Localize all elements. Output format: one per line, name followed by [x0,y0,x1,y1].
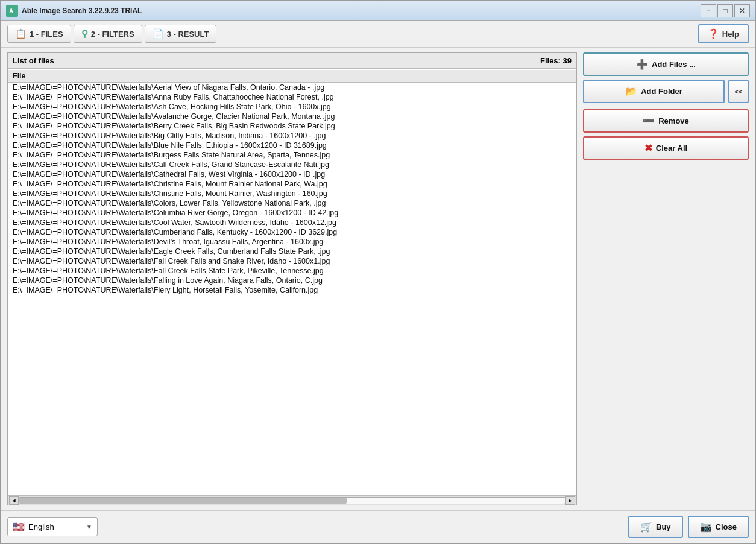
result-tab-icon: 📄 [153,28,164,39]
file-list: File E:\=IMAGE\=PHOTO\NATURE\Waterfalls\… [8,69,576,296]
help-icon: ❓ [708,28,719,39]
chevron-down-icon: ▼ [86,523,92,530]
list-item[interactable]: E:\=IMAGE\=PHOTO\NATURE\Waterfalls\Chris… [8,189,576,198]
add-folder-button[interactable]: 📂 Add Folder [583,80,725,103]
tab-result[interactable]: 📄 3 - RESULT [145,25,217,43]
toolbar: 📋 1 - FILES ⚲ 2 - FILTERS 📄 3 - RESULT ❓… [1,21,755,48]
tab-filters[interactable]: ⚲ 2 - FILTERS [74,25,142,43]
list-item[interactable]: E:\=IMAGE\=PHOTO\NATURE\Waterfalls\Chris… [8,179,576,189]
files-tab-icon: 📋 [15,28,27,39]
list-item[interactable]: E:\=IMAGE\=PHOTO\NATURE\Waterfalls\Cool … [8,218,576,227]
add-files-button[interactable]: ➕ Add Files ... [583,52,749,76]
remove-button[interactable]: ➖ Remove [583,109,749,133]
flag-icon: 🇺🇸 [13,521,25,533]
list-item[interactable]: E:\=IMAGE\=PHOTO\NATURE\Waterfalls\Falli… [8,276,576,285]
tab-result-label: 3 - RESULT [167,30,209,39]
buy-button[interactable]: 🛒 Buy [628,516,683,538]
list-item[interactable]: E:\=IMAGE\=PHOTO\NATURE\Waterfalls\Fall … [8,256,576,266]
list-item[interactable]: E:\=IMAGE\=PHOTO\NATURE\Waterfalls\Cumbe… [8,227,576,237]
list-item[interactable]: E:\=IMAGE\=PHOTO\NATURE\Waterfalls\Cathe… [8,169,576,179]
language-label: English [28,522,83,531]
filters-tab-icon: ⚲ [81,28,88,39]
app-icon: A [6,5,18,17]
clear-all-label: Clear All [656,144,687,153]
title-bar: A Able Image Search 3.22.9.23 TRIAL − □ … [1,1,755,21]
list-item[interactable]: E:\=IMAGE\=PHOTO\NATURE\Waterfalls\Avala… [8,112,576,121]
list-item[interactable]: E:\=IMAGE\=PHOTO\NATURE\Waterfalls\Big C… [8,131,576,141]
language-selector[interactable]: 🇺🇸 English ▼ [7,517,98,536]
close-icon: 📷 [700,521,712,533]
minimize-button[interactable]: − [701,4,716,17]
horizontal-scrollbar[interactable]: ◄ ► [8,495,576,505]
help-button[interactable]: ❓ Help [698,24,749,43]
list-item[interactable]: E:\=IMAGE\=PHOTO\NATURE\Waterfalls\Calf … [8,160,576,169]
scrollbar-thumb[interactable] [19,498,347,504]
svg-text:A: A [9,8,13,14]
fold-button[interactable]: << [728,80,749,103]
main-window: A Able Image Search 3.22.9.23 TRIAL − □ … [0,0,756,544]
list-item[interactable]: E:\=IMAGE\=PHOTO\NATURE\Waterfalls\Color… [8,198,576,208]
list-item[interactable]: E:\=IMAGE\=PHOTO\NATURE\Waterfalls\Burge… [8,150,576,160]
buy-label: Buy [656,522,671,531]
file-list-container[interactable]: File E:\=IMAGE\=PHOTO\NATURE\Waterfalls\… [8,69,576,495]
scrollbar-track[interactable] [19,497,565,504]
list-of-files-label: List of files [13,56,54,65]
file-panel-header: List of files Files: 39 [8,53,576,69]
add-files-label: Add Files ... [652,60,696,69]
list-item[interactable]: E:\=IMAGE\=PHOTO\NATURE\Waterfalls\Anna … [8,92,576,102]
clear-all-icon: ✖ [644,142,652,154]
bottom-actions: 🛒 Buy 📷 Close [628,516,749,538]
file-column-header: File [8,70,576,83]
tab-files-label: 1 - FILES [30,30,63,39]
add-files-icon: ➕ [636,59,648,70]
right-panel: ➕ Add Files ... 📂 Add Folder << ➖ Remove… [583,52,749,505]
clear-all-button[interactable]: ✖ Clear All [583,136,749,160]
scroll-left-arrow[interactable]: ◄ [9,496,19,505]
list-item[interactable]: E:\=IMAGE\=PHOTO\NATURE\Waterfalls\Berry… [8,121,576,131]
remove-icon: ➖ [643,115,655,127]
add-folder-row: 📂 Add Folder << [583,80,749,103]
close-label: Close [716,522,737,531]
bottom-bar: 🇺🇸 English ▼ 🛒 Buy 📷 Close [1,510,755,543]
list-item[interactable]: E:\=IMAGE\=PHOTO\NATURE\Waterfalls\Fiery… [8,285,576,295]
buy-icon: 🛒 [640,521,652,533]
list-item[interactable]: E:\=IMAGE\=PHOTO\NATURE\Waterfalls\Eagle… [8,247,576,256]
file-panel: List of files Files: 39 File E:\=IMAGE\=… [7,52,577,505]
scroll-right-arrow[interactable]: ► [565,496,575,505]
list-item[interactable]: E:\=IMAGE\=PHOTO\NATURE\Waterfalls\Colum… [8,208,576,218]
add-folder-icon: 📂 [625,86,637,97]
window-title: Able Image Search 3.22.9.23 TRIAL [22,7,701,15]
maximize-button[interactable]: □ [717,4,733,17]
tab-filters-label: 2 - FILTERS [91,30,134,39]
list-item[interactable]: E:\=IMAGE\=PHOTO\NATURE\Waterfalls\Devil… [8,237,576,247]
list-item[interactable]: E:\=IMAGE\=PHOTO\NATURE\Waterfalls\Fall … [8,266,576,276]
list-item[interactable]: E:\=IMAGE\=PHOTO\NATURE\Waterfalls\Blue … [8,141,576,150]
main-content: List of files Files: 39 File E:\=IMAGE\=… [1,48,755,510]
close-button[interactable]: ✕ [734,4,750,17]
add-folder-label: Add Folder [641,87,682,96]
window-controls: − □ ✕ [701,4,750,17]
list-item[interactable]: E:\=IMAGE\=PHOTO\NATURE\Waterfalls\Aeria… [8,83,576,92]
files-count: Files: 39 [540,56,572,65]
tab-files[interactable]: 📋 1 - FILES [7,25,71,43]
help-label: Help [722,30,739,39]
remove-label: Remove [658,116,689,125]
close-bottom-button[interactable]: 📷 Close [688,516,749,538]
list-item[interactable]: E:\=IMAGE\=PHOTO\NATURE\Waterfalls\Ash C… [8,102,576,112]
